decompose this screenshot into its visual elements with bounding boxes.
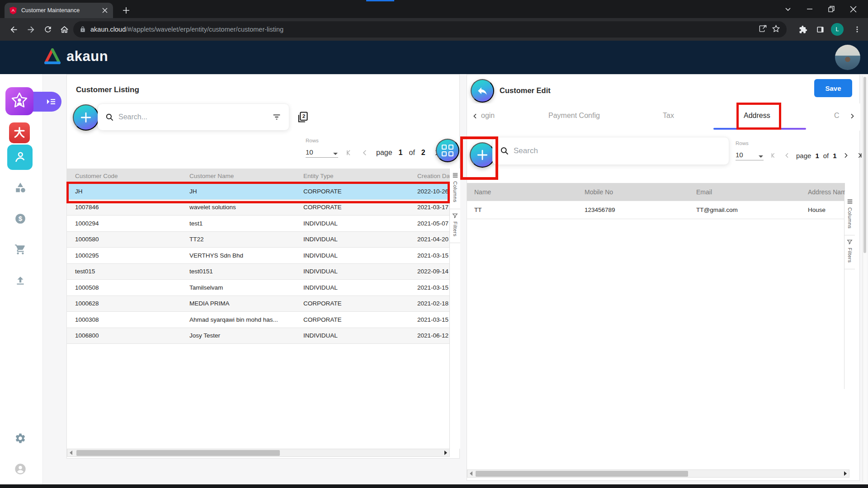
- customer-search-input[interactable]: [118, 113, 267, 121]
- tab-login[interactable]: ogin: [481, 112, 495, 120]
- svg-text:$: $: [19, 215, 23, 222]
- restore-icon[interactable]: [826, 4, 836, 14]
- table-cell: 1000628: [67, 296, 181, 312]
- sidebar-item-customer-module[interactable]: [7, 145, 33, 170]
- table-cell: 1006800: [67, 328, 181, 344]
- browser-profile-badge[interactable]: L: [831, 23, 844, 36]
- columns-tab[interactable]: Columns: [450, 169, 460, 209]
- table-cell: 2021-03-15: [409, 280, 450, 296]
- sidebar-item-app-launcher[interactable]: [5, 87, 33, 115]
- address-bar[interactable]: akaun.cloud/#/applets/wavelet/erp/entity…: [73, 21, 787, 38]
- scroll-left-icon[interactable]: [67, 449, 75, 456]
- next-page-icon[interactable]: [841, 150, 851, 160]
- column-header[interactable]: Address Name: [801, 183, 845, 201]
- table-row[interactable]: test015test0151INDIVIDUAL2022-09-14: [67, 264, 450, 280]
- funnel-icon: [847, 239, 853, 245]
- tabs-scroll-right-icon[interactable]: [847, 111, 858, 122]
- extensions-puzzle-icon[interactable]: [797, 23, 809, 36]
- table-row[interactable]: 1000580TT22INDIVIDUAL2021-04-20: [67, 232, 450, 248]
- sidebar-item-upload[interactable]: [14, 274, 27, 287]
- table-cell: INDIVIDUAL: [295, 264, 409, 280]
- column-header[interactable]: Customer Name: [181, 169, 295, 183]
- columns-tab[interactable]: Columns: [844, 195, 855, 235]
- table-row-selected[interactable]: JHJHCORPORATE2022-10-26: [67, 183, 450, 200]
- scrollbar-thumb[interactable]: [76, 450, 280, 456]
- side-panel-icon[interactable]: [814, 23, 826, 36]
- horizontal-scrollbar[interactable]: [467, 469, 849, 478]
- pages-icon[interactable]: 2: [296, 111, 309, 125]
- sidebar-item-finance[interactable]: $: [14, 212, 27, 225]
- minimize-icon[interactable]: [805, 4, 815, 14]
- table-cell: test0151: [181, 264, 295, 280]
- first-page-icon[interactable]: [768, 150, 778, 160]
- columns-icon: [847, 198, 853, 205]
- address-search-input[interactable]: [514, 146, 722, 155]
- filters-tab[interactable]: Filters: [450, 209, 460, 243]
- column-header[interactable]: Creation Date: [409, 169, 450, 183]
- vertical-scrollbar[interactable]: [863, 76, 867, 482]
- table-row[interactable]: TT 123456789 TT@gmail.com House: [467, 201, 845, 219]
- user-avatar[interactable]: [835, 45, 860, 70]
- tab-tax[interactable]: Tax: [663, 112, 674, 120]
- table-row[interactable]: 1000308Ahmad syarqawi bin mohd has...COR…: [67, 312, 450, 328]
- sidebar-item-da-applet[interactable]: [9, 122, 30, 143]
- top-accent-strip: [366, 0, 394, 1]
- table-cell: 2021-02-18: [409, 296, 450, 312]
- prev-page-icon[interactable]: [360, 148, 370, 158]
- save-button[interactable]: Save: [814, 79, 852, 97]
- table-cell: TT22: [181, 232, 295, 248]
- rows-per-page-select[interactable]: 10: [736, 149, 764, 160]
- filter-icon[interactable]: [272, 112, 282, 122]
- forward-icon[interactable]: [24, 22, 38, 37]
- prev-page-icon[interactable]: [782, 150, 792, 160]
- reload-icon[interactable]: [41, 22, 55, 37]
- sidebar-item-settings[interactable]: [14, 432, 27, 445]
- filters-tab[interactable]: Filters: [844, 235, 855, 269]
- scroll-right-icon[interactable]: [442, 449, 449, 456]
- table-row[interactable]: 1000294test1INDIVIDUAL2021-05-07: [67, 216, 450, 232]
- sidebar-item-account[interactable]: [14, 463, 27, 475]
- share-icon[interactable]: [759, 24, 767, 35]
- bookmark-star-icon[interactable]: [772, 24, 780, 35]
- column-header[interactable]: Customer Code: [67, 169, 181, 183]
- tab-contact[interactable]: C: [834, 112, 840, 120]
- close-icon[interactable]: [848, 4, 858, 14]
- tab-address[interactable]: Address: [744, 112, 770, 120]
- first-page-icon[interactable]: [344, 148, 354, 158]
- horizontal-scrollbar[interactable]: [67, 449, 450, 457]
- add-customer-button[interactable]: [73, 104, 99, 131]
- scrollbar-thumb[interactable]: [476, 471, 688, 477]
- table-row[interactable]: 1000508TamilselvamINDIVIDUAL2021-03-15: [67, 280, 450, 296]
- table-row[interactable]: 1007846wavelet solutionsCORPORATE2021-03…: [67, 200, 450, 216]
- tab-payment-config[interactable]: Payment Config: [548, 112, 600, 120]
- grid-view-button[interactable]: [436, 139, 459, 162]
- table-row[interactable]: 1006800Josy TesterINDIVIDUAL2021-06-12: [67, 328, 450, 344]
- column-header[interactable]: Email: [689, 183, 801, 201]
- tabs-scroll-left-icon[interactable]: [470, 111, 481, 122]
- home-icon[interactable]: [57, 22, 71, 37]
- bottom-edge-strip: [0, 484, 868, 488]
- sidebar-item-products[interactable]: [14, 181, 27, 194]
- browser-tab[interactable]: A Customer Maintenance: [5, 3, 113, 18]
- rows-per-page-select[interactable]: 10: [306, 146, 338, 158]
- column-header[interactable]: Name: [467, 183, 577, 201]
- scrollbar-thumb[interactable]: [863, 77, 866, 253]
- scroll-left-icon[interactable]: [467, 470, 475, 477]
- new-tab-button[interactable]: [120, 5, 132, 16]
- tab-close-icon[interactable]: [101, 7, 108, 14]
- column-header[interactable]: Entity Type: [295, 169, 409, 183]
- sidebar-item-sales[interactable]: [14, 243, 27, 256]
- back-icon[interactable]: [6, 22, 21, 37]
- scroll-right-icon[interactable]: [842, 470, 849, 477]
- kebab-menu-icon[interactable]: [851, 23, 863, 36]
- rows-label: Rows: [736, 141, 749, 146]
- address-search-box: [492, 137, 729, 165]
- tab-search-chevron-icon[interactable]: [783, 4, 793, 14]
- add-address-button[interactable]: [470, 142, 495, 168]
- table-cell: 1000580: [67, 232, 181, 248]
- column-header[interactable]: Mobile No: [577, 183, 689, 201]
- back-button[interactable]: [471, 79, 494, 103]
- funnel-icon: [452, 213, 458, 219]
- table-row[interactable]: 1000295VERTHYS Sdn BhdINDIVIDUAL2021-03-…: [67, 248, 450, 264]
- table-row[interactable]: 1000628MEDIA PRIMACORPORATE2021-02-18: [67, 296, 450, 312]
